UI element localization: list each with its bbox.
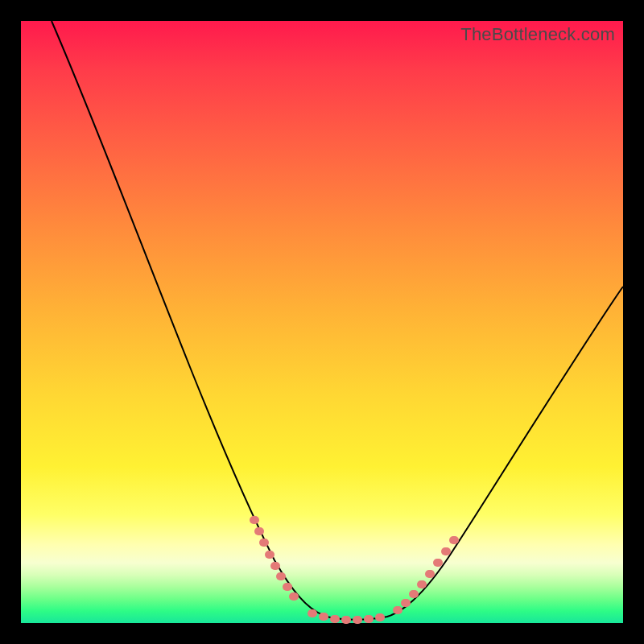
chart-frame: TheBottleneck.com [0,0,644,644]
curve-marker [259,539,269,547]
curve-marker [276,572,286,580]
floor-markers [308,609,385,624]
curve-marker [425,570,435,578]
curve-marker [289,592,299,601]
curve-marker [254,527,264,535]
curve-marker [364,615,374,623]
curve-marker [341,616,351,624]
curve-marker [283,583,292,591]
right-wall-markers [393,536,459,614]
curve-marker [375,613,385,621]
curve-marker [250,516,259,524]
curve-marker [449,536,459,544]
curve-marker [270,562,280,570]
curve-marker [393,606,402,614]
curve-svg [21,21,623,623]
curve-marker [330,615,340,623]
curve-marker [319,613,328,621]
plot-area: TheBottleneck.com [21,21,623,623]
curve-marker [401,599,411,607]
curve-marker [265,551,275,559]
curve-marker [433,559,443,567]
curve-marker [409,590,419,598]
curve-marker [353,616,362,624]
curve-marker [441,547,451,555]
curve-marker [417,580,427,588]
bottleneck-curve [52,21,623,620]
curve-marker [308,609,317,617]
